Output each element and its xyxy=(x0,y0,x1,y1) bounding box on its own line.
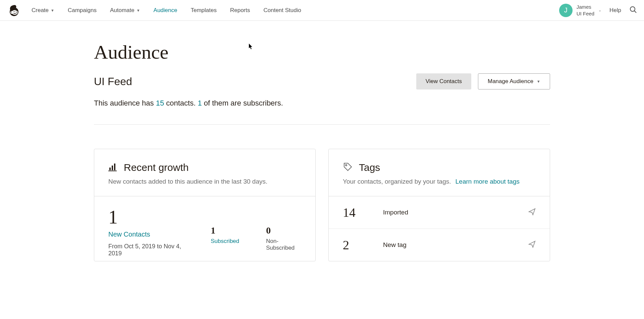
nav-audience[interactable]: Audience xyxy=(154,7,177,14)
tag-count: 2 xyxy=(343,238,383,252)
tag-name: Imported xyxy=(383,209,528,216)
nav-templates[interactable]: Templates xyxy=(191,7,216,14)
nav-templates-label: Templates xyxy=(191,7,216,14)
card-header: Tags Your contacts, organized by your ta… xyxy=(329,149,550,196)
tag-row[interactable]: 14 Imported xyxy=(329,196,550,229)
user-info: James UI Feed xyxy=(577,4,594,17)
growth-subtitle: New contacts added to this audience in t… xyxy=(108,178,301,185)
nonsubscribed-number: 0 xyxy=(266,225,301,236)
svg-point-3 xyxy=(11,11,12,12)
nav-reports[interactable]: Reports xyxy=(230,7,250,14)
nav-content-studio-label: Content Studio xyxy=(263,7,301,14)
tag-name: New tag xyxy=(383,241,528,249)
card-header: Recent growth New contacts added to this… xyxy=(94,149,315,196)
new-contacts-number: 1 xyxy=(108,208,184,227)
page-title: Audience xyxy=(94,41,550,63)
user-subtitle: UI Feed xyxy=(577,10,594,17)
cards-row: Recent growth New contacts added to this… xyxy=(94,149,550,261)
nav-content-studio[interactable]: Content Studio xyxy=(263,7,301,14)
subscribed-number: 1 xyxy=(211,225,239,236)
svg-point-2 xyxy=(10,11,13,14)
manage-audience-button[interactable]: Manage Audience ▼ xyxy=(478,73,550,89)
send-icon[interactable] xyxy=(528,241,536,249)
tag-row[interactable]: 2 New tag xyxy=(329,229,550,261)
audience-summary: This audience has 15 contacts. 1 of them… xyxy=(94,99,550,108)
user-name: James xyxy=(577,4,594,10)
svg-rect-9 xyxy=(112,166,113,170)
growth-date-range: From Oct 5, 2019 to Nov 4, 2019 xyxy=(108,243,184,257)
card-title-row: Recent growth xyxy=(108,162,301,173)
nav-create-label: Create xyxy=(32,7,49,14)
audience-name: UI Feed xyxy=(94,75,132,88)
svg-rect-10 xyxy=(114,164,115,170)
audience-header-row: UI Feed View Contacts Manage Audience ▼ xyxy=(94,73,550,89)
view-contacts-label: View Contacts xyxy=(426,78,462,85)
new-contacts-label[interactable]: New Contacts xyxy=(108,231,184,238)
send-icon[interactable] xyxy=(528,208,536,217)
tags-subtitle: Your contacts, organized by your tags. L… xyxy=(343,178,536,185)
nav-items: Create ▼ Campaigns Automate ▼ Audience T… xyxy=(32,7,559,14)
nonsubscribed-col: 0 Non-Subscribed xyxy=(266,225,301,251)
chevron-down-icon: ▼ xyxy=(137,8,140,12)
growth-body: 1 New Contacts From Oct 5, 2019 to Nov 4… xyxy=(94,196,315,257)
subscribed-col: 1 Subscribed xyxy=(211,225,239,245)
nav-automate-label: Automate xyxy=(110,7,135,14)
svg-point-5 xyxy=(16,10,17,11)
subscribed-label[interactable]: Subscribed xyxy=(211,238,239,245)
header-buttons: View Contacts Manage Audience ▼ xyxy=(416,73,550,89)
user-menu[interactable]: J James UI Feed ⌄ xyxy=(559,4,601,17)
nav-audience-label: Audience xyxy=(154,7,177,14)
contacts-count[interactable]: 15 xyxy=(156,99,164,107)
chevron-down-icon: ▼ xyxy=(537,79,540,83)
summary-mid: contacts. xyxy=(164,99,198,107)
svg-rect-8 xyxy=(109,168,111,170)
recent-growth-card: Recent growth New contacts added to this… xyxy=(94,149,316,261)
nav-create[interactable]: Create ▼ xyxy=(32,7,54,14)
learn-more-tags-link[interactable]: Learn more about tags xyxy=(455,178,520,185)
svg-point-6 xyxy=(630,7,635,11)
growth-title: Recent growth xyxy=(124,162,189,173)
chevron-down-icon: ▼ xyxy=(51,8,54,12)
growth-main-col: 1 New Contacts From Oct 5, 2019 to Nov 4… xyxy=(108,208,184,257)
subscribers-count[interactable]: 1 xyxy=(198,99,202,107)
help-link[interactable]: Help xyxy=(609,7,621,14)
nav-automate[interactable]: Automate ▼ xyxy=(110,7,140,14)
svg-point-4 xyxy=(14,11,15,12)
tag-count: 14 xyxy=(343,205,383,220)
svg-line-7 xyxy=(634,11,636,13)
divider xyxy=(94,124,550,125)
nav-right: J James UI Feed ⌄ Help xyxy=(559,4,637,17)
nav-campaigns-label: Campaigns xyxy=(68,7,97,14)
bar-chart-icon xyxy=(108,162,118,173)
svg-point-12 xyxy=(345,165,347,166)
mailchimp-logo[interactable] xyxy=(7,3,21,18)
avatar: J xyxy=(559,4,573,17)
tags-subtitle-text: Your contacts, organized by your tags. xyxy=(343,178,451,185)
tags-card: Tags Your contacts, organized by your ta… xyxy=(328,149,550,261)
nav-campaigns[interactable]: Campaigns xyxy=(68,7,97,14)
manage-audience-label: Manage Audience xyxy=(488,78,533,85)
main-content: Audience UI Feed View Contacts Manage Au… xyxy=(70,21,574,281)
nav-reports-label: Reports xyxy=(230,7,250,14)
summary-suffix: of them are subscribers. xyxy=(202,99,283,107)
top-navigation: Create ▼ Campaigns Automate ▼ Audience T… xyxy=(0,0,644,21)
avatar-initial: J xyxy=(564,6,568,14)
tag-icon xyxy=(343,162,353,173)
tags-title: Tags xyxy=(359,162,380,173)
card-title-row: Tags xyxy=(343,162,536,173)
search-icon[interactable] xyxy=(629,6,637,15)
view-contacts-button[interactable]: View Contacts xyxy=(416,73,471,89)
summary-prefix: This audience has xyxy=(94,99,156,107)
chevron-down-icon: ⌄ xyxy=(598,8,601,12)
nonsubscribed-label: Non-Subscribed xyxy=(266,238,301,251)
